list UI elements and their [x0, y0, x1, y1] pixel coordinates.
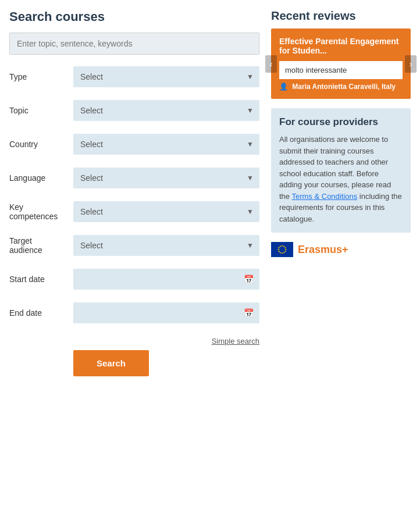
country-label: Country [9, 140, 73, 149]
search-button-wrap: Search [73, 350, 259, 376]
review-author: 👤 Maria Antonietta Caravelli, Italy [279, 83, 403, 91]
country-select[interactable]: Select [73, 134, 259, 155]
start-date-wrap: 📅 [73, 269, 259, 290]
end-date-label: End date [9, 308, 73, 318]
key-competences-row: Keycompetences Select ▼ [9, 201, 259, 222]
topic-label: Topic [9, 106, 73, 115]
country-row: Country Select ▼ [9, 134, 259, 155]
user-icon: 👤 [279, 83, 288, 91]
target-audience-label: Targetaudience [9, 236, 73, 255]
carousel-next-button[interactable]: › [405, 55, 417, 73]
type-select-wrap: Select ▼ [73, 66, 259, 87]
keyword-search-wrap [9, 33, 259, 55]
erasmus-logo: Erasmus+ [271, 242, 411, 257]
start-date-label: Start date [9, 275, 73, 284]
language-select-wrap: Select ▼ [73, 168, 259, 188]
for-providers-title: For course providers [279, 116, 403, 128]
page-title: Search courses [9, 9, 259, 24]
keyword-input[interactable] [9, 33, 259, 55]
type-row: Type Select ▼ [9, 66, 259, 87]
end-date-input[interactable] [73, 302, 259, 323]
start-date-row: Start date 📅 [9, 269, 259, 290]
recent-reviews-title: Recent reviews [271, 9, 411, 23]
simple-search-link-wrap: Simple search [9, 336, 259, 345]
end-date-wrap: 📅 [73, 302, 259, 323]
target-audience-row: Targetaudience Select ▼ [9, 235, 259, 256]
key-competences-label: Keycompetences [9, 202, 73, 221]
target-audience-select-wrap: Select ▼ [73, 235, 259, 256]
target-audience-select[interactable]: Select [73, 235, 259, 256]
eu-flag-icon [271, 242, 293, 257]
simple-search-link[interactable]: Simple search [212, 337, 259, 345]
review-carousel: ‹ Effective Parental Engagement for Stud… [271, 28, 411, 99]
country-select-wrap: Select ▼ [73, 134, 259, 155]
carousel-prev-button[interactable]: ‹ [265, 55, 277, 73]
language-select[interactable]: Select [73, 168, 259, 188]
erasmus-brand-text: Erasmus+ [298, 244, 348, 256]
for-providers-text: All organisations are welcome to submit … [279, 134, 403, 225]
review-text: molto interessante [279, 61, 403, 79]
topic-row: Topic Select ▼ [9, 100, 259, 121]
language-row: Language Select ▼ [9, 168, 259, 188]
for-providers-box: For course providers All organisations a… [271, 108, 411, 233]
language-label: Language [9, 173, 73, 183]
end-date-row: End date 📅 [9, 302, 259, 323]
topic-select[interactable]: Select [73, 100, 259, 121]
terms-conditions-link[interactable]: Terms & Conditions [291, 192, 357, 201]
key-competences-select-wrap: Select ▼ [73, 201, 259, 222]
type-select[interactable]: Select [73, 66, 259, 87]
start-date-input[interactable] [73, 269, 259, 290]
key-competences-select[interactable]: Select [73, 201, 259, 222]
type-label: Type [9, 72, 73, 81]
svg-rect-0 [271, 242, 293, 257]
review-course-name: Effective Parental Engagement for Studen… [279, 37, 403, 55]
search-button[interactable]: Search [73, 350, 149, 376]
topic-select-wrap: Select ▼ [73, 100, 259, 121]
